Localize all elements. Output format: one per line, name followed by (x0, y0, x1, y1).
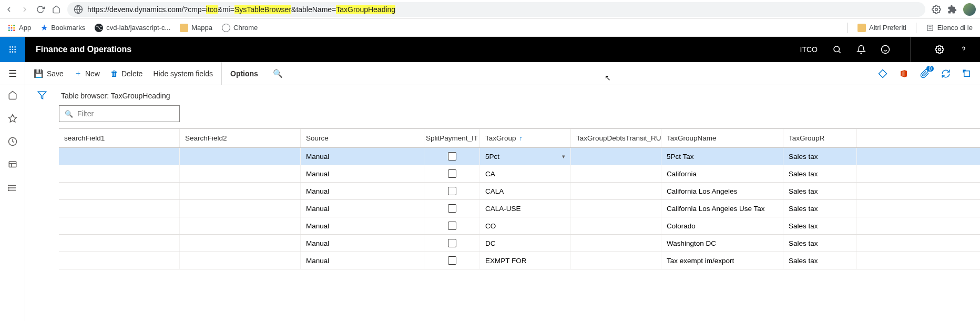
cell-taxgroup[interactable]: CO (480, 217, 571, 234)
refresh-icon[interactable] (941, 69, 951, 78)
cell-round[interactable]: Sales tax (783, 217, 857, 234)
col-searchfield1[interactable]: searchField1 (59, 129, 180, 147)
diamond-icon[interactable] (878, 69, 887, 78)
office-icon[interactable] (899, 69, 908, 78)
bookmarks-shortcut[interactable]: ★Bookmarks (40, 23, 85, 33)
cell-taxgroup[interactable]: CALA-USE (480, 200, 571, 217)
cell-sf2[interactable] (180, 235, 301, 252)
cell-source[interactable]: Manual (301, 200, 424, 217)
col-taxgroupname[interactable]: TaxGroupName (661, 129, 783, 147)
checkbox[interactable] (448, 204, 456, 213)
cell-source[interactable]: Manual (301, 235, 424, 252)
cell-taxgroup[interactable]: EXMPT FOR (480, 252, 571, 269)
filter-input[interactable] (77, 109, 174, 118)
cell-round[interactable]: Sales tax (783, 148, 857, 165)
checkbox[interactable] (448, 169, 456, 178)
popout-icon[interactable] (962, 69, 972, 78)
cell-debts[interactable] (571, 235, 661, 252)
cell-taxgroupname[interactable]: 5Pct Tax (661, 148, 783, 165)
table-row[interactable]: ManualDCWashington DCSales tax (59, 235, 980, 252)
help-icon[interactable] (959, 45, 968, 54)
action-search-icon[interactable]: 🔍 (273, 69, 283, 78)
github-bookmark[interactable]: ⌥cvd-lab/javascript-c... (95, 24, 170, 32)
cell-round[interactable]: Sales tax (783, 183, 857, 199)
cell-source[interactable]: Manual (301, 252, 424, 269)
home-button[interactable] (52, 5, 61, 14)
checkbox[interactable] (448, 256, 456, 265)
cell-taxgroup[interactable]: CALA (480, 183, 571, 199)
back-button[interactable] (4, 5, 14, 14)
cell-taxgroupname[interactable]: Tax exempt im/export (661, 252, 783, 269)
cell-sf1[interactable] (59, 165, 180, 182)
cell-splitpayment[interactable] (424, 217, 480, 234)
cell-splitpayment[interactable] (424, 252, 480, 269)
cell-debts[interactable] (571, 183, 661, 199)
cell-sf1[interactable] (59, 200, 180, 217)
col-taxgroup[interactable]: TaxGroup↑ (480, 129, 571, 147)
cell-taxgroupname[interactable]: California Los Angeles (661, 183, 783, 199)
cell-taxgroupname[interactable]: Colorado (661, 217, 783, 234)
app-launcher[interactable] (0, 37, 25, 62)
cell-splitpayment[interactable] (424, 148, 480, 165)
cell-taxgroupname[interactable]: Washington DC (661, 235, 783, 252)
cell-sf2[interactable] (180, 148, 301, 165)
extensions-icon[interactable] (947, 5, 957, 14)
smiley-icon[interactable] (881, 45, 890, 54)
cell-sf1[interactable] (59, 217, 180, 234)
cell-round[interactable]: Sales tax (783, 235, 857, 252)
table-row[interactable]: Manual5Pct▾5Pct TaxSales tax (59, 148, 980, 165)
checkbox[interactable] (448, 222, 456, 230)
table-row[interactable]: ManualEXMPT FORTax exempt im/exportSales… (59, 252, 980, 269)
cell-debts[interactable] (571, 165, 661, 182)
workspace-icon[interactable] (8, 160, 17, 169)
table-row[interactable]: ManualCOColoradoSales tax (59, 217, 980, 235)
attachments-button[interactable]: 0 (920, 69, 930, 78)
nav-toggle[interactable]: ☰ (0, 62, 25, 85)
cell-source[interactable]: Manual (301, 148, 424, 165)
cell-debts[interactable] (571, 148, 661, 165)
cell-sf2[interactable] (180, 252, 301, 269)
new-button[interactable]: ＋New (74, 68, 100, 78)
cell-debts[interactable] (571, 217, 661, 234)
apps-shortcut[interactable]: App (7, 24, 31, 32)
forward-button[interactable] (20, 5, 29, 14)
bell-icon[interactable] (856, 45, 866, 54)
altri-preferiti[interactable]: Altri Preferiti (858, 24, 906, 32)
cell-sf1[interactable] (59, 148, 180, 165)
chevron-down-icon[interactable]: ▾ (562, 153, 565, 160)
modules-icon[interactable] (8, 183, 17, 193)
address-bar[interactable]: https://devenv.dynamics.com/?cmp=itco&mi… (67, 2, 925, 17)
cell-splitpayment[interactable] (424, 165, 480, 182)
cell-sf2[interactable] (180, 200, 301, 217)
cell-sf2[interactable] (180, 165, 301, 182)
cell-sf2[interactable] (180, 217, 301, 234)
cell-splitpayment[interactable] (424, 235, 480, 252)
clock-icon[interactable] (8, 137, 17, 146)
checkbox[interactable] (448, 187, 456, 195)
col-taxgroupdebts[interactable]: TaxGroupDebtsTransit_RU (571, 129, 661, 147)
home-icon[interactable] (8, 91, 17, 100)
cell-splitpayment[interactable] (424, 183, 480, 199)
settings-gear-icon[interactable] (932, 5, 941, 14)
cell-debts[interactable] (571, 252, 661, 269)
chrome-bookmark[interactable]: Chrome (222, 24, 258, 32)
cell-debts[interactable] (571, 200, 661, 217)
star-icon[interactable] (8, 114, 17, 123)
col-splitpayment[interactable]: SplitPayment_IT (424, 129, 480, 147)
mappa-bookmark[interactable]: Mappa (180, 24, 212, 32)
company-code[interactable]: ITCO (800, 45, 818, 54)
reading-list[interactable]: Elenco di le (926, 24, 973, 32)
cell-taxgroup[interactable]: 5Pct▾ (480, 148, 571, 165)
cell-source[interactable]: Manual (301, 165, 424, 182)
cell-round[interactable]: Sales tax (783, 252, 857, 269)
cell-taxgroup[interactable]: CA (480, 165, 571, 182)
delete-button[interactable]: 🗑Delete (110, 69, 142, 78)
hide-system-fields-button[interactable]: Hide system fields (153, 69, 213, 78)
cell-sf2[interactable] (180, 183, 301, 199)
options-button[interactable]: Options (221, 62, 258, 85)
checkbox[interactable] (448, 152, 456, 160)
profile-avatar[interactable] (963, 3, 976, 16)
reload-button[interactable] (36, 5, 45, 14)
cell-round[interactable]: Sales tax (783, 165, 857, 182)
col-taxgroupround[interactable]: TaxGroupR (783, 129, 857, 147)
